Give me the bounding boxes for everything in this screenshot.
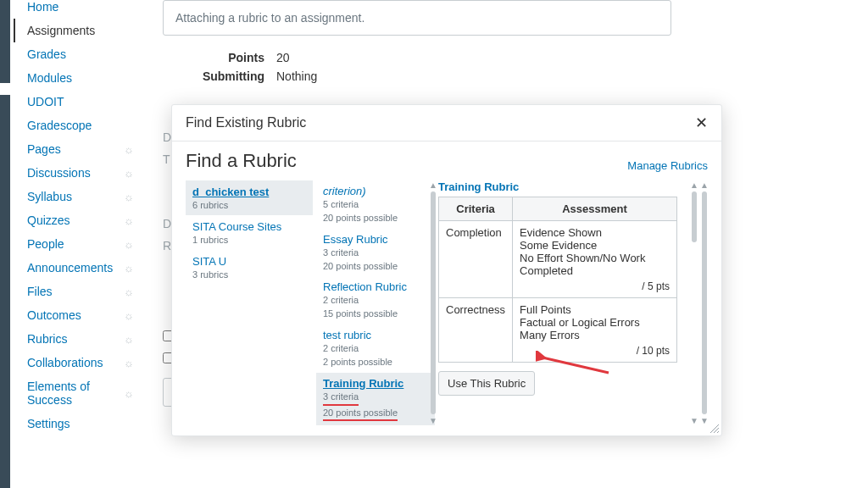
find-a-rubric-heading: Find a Rubric [186, 150, 297, 172]
context-item[interactable]: SITA U 3 rubrics [186, 250, 313, 285]
dialog-title: Find Existing Rubric [186, 115, 306, 130]
nav-rubrics[interactable]: Rubrics☼ [14, 327, 142, 351]
rubric-item-selected[interactable]: Training Rubric 3 criteria 20 points pos… [316, 373, 435, 426]
hidden-icon: ☼ [124, 143, 134, 156]
manage-rubrics-link[interactable]: Manage Rubrics [627, 159, 708, 172]
preview-table: Criteria Assessment Completion Evidence … [438, 197, 677, 363]
nav-announcements[interactable]: Announcements☼ [14, 256, 142, 280]
find-rubric-dialog: Find Existing Rubric ✕ Find a Rubric Man… [171, 104, 722, 436]
nav-gradescope[interactable]: Gradescope [14, 114, 142, 137]
nav-pages[interactable]: Pages☼ [14, 137, 142, 161]
assignment-description: Attaching a rubric to an assignment. [163, 0, 671, 36]
col-assessment: Assessment [513, 197, 677, 221]
course-nav: Home Assignments Grades Modules UDOIT Gr… [10, 0, 146, 488]
context-item[interactable]: SITA Course Sites 1 rubrics [186, 215, 313, 250]
context-list: d_chicken test 6 rubrics SITA Course Sit… [186, 180, 313, 425]
hidden-icon: ☼ [124, 333, 134, 346]
preview-title: Training Rubric [438, 180, 684, 193]
scrollbar[interactable]: ▲▼ [701, 180, 708, 425]
nav-grades[interactable]: Grades [14, 42, 142, 66]
scrollbar[interactable]: ▲▼ [430, 180, 437, 425]
hidden-icon: ☼ [124, 167, 134, 180]
hidden-icon: ☼ [124, 387, 134, 400]
scrollbar[interactable]: ▲▼ [691, 180, 698, 425]
nav-files[interactable]: Files☼ [14, 280, 142, 303]
col-criteria: Criteria [439, 197, 513, 221]
nav-people[interactable]: People☼ [14, 232, 142, 256]
nav-syllabus[interactable]: Syllabus☼ [14, 185, 142, 208]
nav-home[interactable]: Home [14, 0, 142, 19]
nav-quizzes[interactable]: Quizzes☼ [14, 208, 142, 232]
rubric-item[interactable]: Essay Rubric 3 criteria 20 points possib… [316, 229, 435, 277]
hidden-icon: ☼ [124, 214, 134, 227]
table-row: Correctness Full Points Factual or Logic… [439, 298, 677, 363]
nav-udoit[interactable]: UDOIT [14, 90, 142, 114]
hidden-icon: ☼ [124, 191, 134, 203]
hidden-icon: ☼ [124, 309, 134, 322]
nav-settings[interactable]: Settings [14, 412, 142, 435]
rubric-item[interactable]: Reflection Rubric 2 criteria 15 points p… [316, 276, 435, 324]
submitting-value: Nothing [276, 69, 317, 83]
nav-outcomes[interactable]: Outcomes☼ [14, 303, 142, 327]
context-item[interactable]: d_chicken test 6 rubrics [186, 180, 313, 215]
global-nav-rail [0, 0, 10, 488]
nav-assignments[interactable]: Assignments [14, 19, 142, 42]
nav-modules[interactable]: Modules [14, 66, 142, 90]
submitting-label: Submitting [163, 69, 264, 83]
use-this-rubric-button[interactable]: Use This Rubric [438, 371, 535, 396]
resize-handle-icon[interactable] [708, 422, 720, 434]
hidden-icon: ☼ [124, 357, 134, 369]
rubric-list: criterion) 5 criteria 20 points possible… [316, 180, 435, 425]
hidden-icon: ☼ [124, 262, 134, 274]
points-label: Points [163, 51, 264, 64]
hidden-icon: ☼ [124, 238, 134, 251]
nav-elements[interactable]: Elements of Success☼ [14, 374, 142, 412]
points-value: 20 [276, 51, 290, 64]
hidden-icon: ☼ [124, 286, 134, 298]
rubric-item[interactable]: test rubric 2 criteria 2 points possible [316, 324, 435, 373]
table-row: Completion Evidence Shown Some Evidence … [439, 221, 677, 298]
rubric-item[interactable]: criterion) 5 criteria 20 points possible [316, 180, 435, 229]
rubric-preview: Training Rubric Criteria Assessment Comp… [438, 180, 708, 425]
nav-collaborations[interactable]: Collaborations☼ [14, 351, 142, 374]
nav-discussions[interactable]: Discussions☼ [14, 161, 142, 185]
close-icon[interactable]: ✕ [695, 115, 708, 130]
